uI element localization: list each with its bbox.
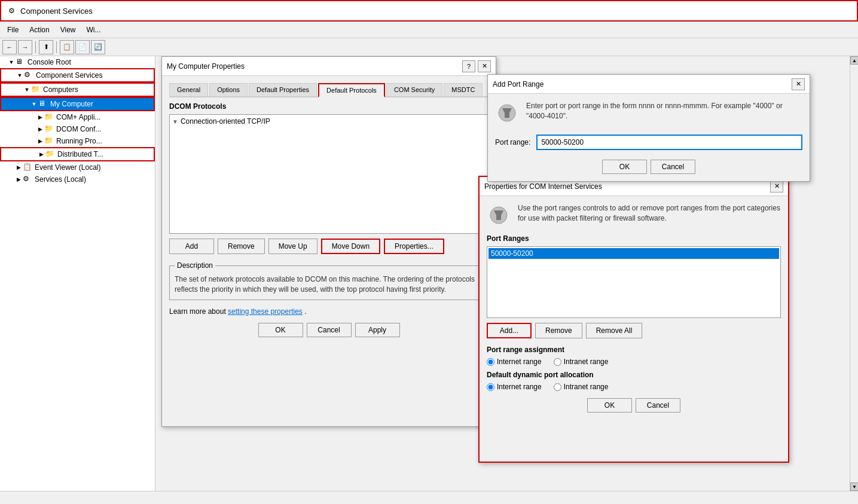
sidebar-label-services-local: Services (Local) [35,175,86,184]
com-add-btn[interactable]: Add... [487,323,532,338]
add-port-range-close-btn[interactable]: ✕ [792,78,805,90]
computers-icon: 📁 [31,85,41,94]
expand-icon-dcom-conf: ▶ [36,125,44,133]
add-port-range-cancel-btn[interactable]: Cancel [651,160,695,174]
dynamic-internet-range-radio[interactable] [487,383,494,391]
add-port-range-titlebar: Add Port Range ✕ [488,75,810,94]
toolbar-refresh[interactable]: 🔄 [91,40,105,54]
sidebar-item-component-services[interactable]: ▼ ⚙ Component Services [0,68,155,83]
move-down-btn[interactable]: Move Down [321,239,380,254]
add-port-range-dialog: Add Port Range ✕ Enter [487,74,810,182]
port-range-input[interactable] [536,135,802,150]
port-range-label: Port range: [495,138,530,146]
my-computer-props-question-btn[interactable]: ? [462,60,475,72]
port-range-item-0[interactable]: 50000-50200 [488,248,779,259]
expand-icon-computers: ▼ [23,85,31,94]
sidebar-item-console-root[interactable]: ▼ 🖥 Console Root [0,56,155,68]
dynamic-internet-range-radio-label[interactable]: Internet range [487,383,542,391]
scrollbar-up-btn[interactable]: ▲ [850,56,858,65]
add-port-range-header: Enter port or port range in the form nnn… [495,101,802,125]
internet-range-label: Internet range [497,358,542,366]
menu-action[interactable]: Action [25,25,54,35]
toolbar-copy[interactable]: 📋 [60,40,74,54]
com-internet-services-footer: OK Cancel [487,398,781,413]
sidebar-item-computers[interactable]: ▼ 📁 Computers [0,83,155,97]
my-computer-props-ok-btn[interactable]: OK [258,323,303,337]
toolbar-forward[interactable]: → [18,40,32,54]
sidebar-item-dcom-conf[interactable]: ▶ 📁 DCOM Conf... [0,123,155,135]
sidebar-label-running-pro: Running Pro... [56,137,102,145]
tab-default-properties[interactable]: Default Properties [249,83,317,96]
port-range-input-row: Port range: [495,135,802,150]
tab-default-protocols[interactable]: Default Protocols [318,83,385,97]
toolbar-up[interactable]: ⬆ [39,40,53,54]
port-range-assignment-radios: Internet range Intranet range [487,358,781,366]
description-fieldset: Description The set of network protocols… [169,261,488,300]
menu-window[interactable]: Wi... [82,25,106,35]
com-internet-services-close-btn[interactable]: ✕ [770,181,783,193]
app-window: ⚙ Component Services File Action View Wi… [0,0,858,504]
dynamic-intranet-range-radio-label[interactable]: Intranet range [554,383,609,391]
sidebar-label-com-appli: COM+ Appli... [56,113,100,121]
com-ok-btn[interactable]: OK [587,398,632,413]
internet-range-radio[interactable] [487,358,494,366]
dcom-protocol-item-tcp[interactable]: ▼ Connection-oriented TCP/IP [172,117,486,126]
com-remove-all-btn[interactable]: Remove All [586,323,643,338]
learn-more-container: Learn more about setting these propertie… [169,307,488,316]
sidebar-item-com-appli[interactable]: ▶ 📁 COM+ Appli... [0,111,155,123]
dcom-protocols-list[interactable]: ▼ Connection-oriented TCP/IP [169,114,488,234]
move-up-btn[interactable]: Move Up [268,239,317,254]
dynamic-intranet-range-radio[interactable] [554,383,561,391]
intranet-range-radio[interactable] [554,358,561,366]
sidebar-item-distributed[interactable]: ▶ 📁 Distributed T... [0,147,155,161]
learn-more-link[interactable]: setting these properties [228,307,303,316]
event-viewer-icon: 📋 [23,163,32,172]
default-dynamic-radios: Internet range Intranet range [487,383,781,391]
app-icon: ⚙ [6,5,17,16]
running-pro-icon: 📁 [44,136,54,146]
sidebar-item-running-pro[interactable]: ▶ 📁 Running Pro... [0,135,155,147]
com-cancel-btn[interactable]: Cancel [636,398,680,413]
port-ranges-label: Port Ranges [487,234,781,243]
my-computer-properties-titlebar: My Computer Properties ? ✕ [162,57,496,76]
toolbar-paste[interactable]: 📄 [75,40,90,54]
toolbar-back[interactable]: ← [2,40,17,54]
comp-svc-icon: ⚙ [24,71,33,80]
port-ranges-list[interactable]: 50000-50200 [487,246,781,318]
tab-com-security[interactable]: COM Security [386,83,442,96]
dynamic-intranet-range-label: Intranet range [564,383,609,391]
add-port-range-ok-btn[interactable]: OK [602,160,647,174]
toolbar: ← → ⬆ 📋 📄 🔄 [0,38,858,56]
menu-file[interactable]: File [2,25,23,35]
sidebar-item-my-computer[interactable]: ▼ 🖥 My Computer [0,97,155,111]
com-internet-services-desc: Use the port ranges controls to add or r… [518,203,781,227]
add-protocol-btn[interactable]: Add [169,239,214,254]
sidebar-item-event-viewer[interactable]: ▶ 📋 Event Viewer (Local) [0,161,155,173]
properties-btn[interactable]: Properties... [384,239,444,254]
my-computer-props-apply-btn[interactable]: Apply [355,323,400,337]
statusbar [0,491,858,504]
internet-range-radio-label[interactable]: Internet range [487,358,542,366]
dcom-protocols-label: DCOM Protocols [169,102,488,111]
scrollbar-down-btn[interactable]: ▼ [850,482,858,491]
tab-general[interactable]: General [169,83,208,96]
menu-view[interactable]: View [56,25,81,35]
sidebar-label-computers: Computers [43,85,78,94]
expand-icon-com-appli: ▶ [36,113,44,121]
sidebar: ▼ 🖥 Console Root ▼ ⚙ Component Services … [0,56,155,491]
tab-msdtc[interactable]: MSDTC [444,83,483,96]
my-computer-properties-dialog: My Computer Properties ? ✕ General Optio… [161,56,496,427]
tab-options[interactable]: Options [209,83,248,96]
learn-more-suffix: . [304,307,306,316]
com-remove-btn[interactable]: Remove [535,323,582,338]
app-titlebar: ⚙ Component Services [0,0,858,22]
my-computer-properties-body: General Options Default Properties Defau… [162,76,496,344]
sidebar-item-services-local[interactable]: ▶ ⚙ Services (Local) [0,173,155,185]
sidebar-label-my-computer: My Computer [50,100,93,108]
port-range-buttons: Add... Remove Remove All [487,323,781,338]
my-computer-props-cancel-btn[interactable]: Cancel [307,323,352,337]
intranet-range-radio-label[interactable]: Intranet range [554,358,609,366]
remove-protocol-btn[interactable]: Remove [218,239,265,254]
my-computer-props-close-btn[interactable]: ✕ [478,60,491,72]
toolbar-sep-2 [56,41,57,53]
